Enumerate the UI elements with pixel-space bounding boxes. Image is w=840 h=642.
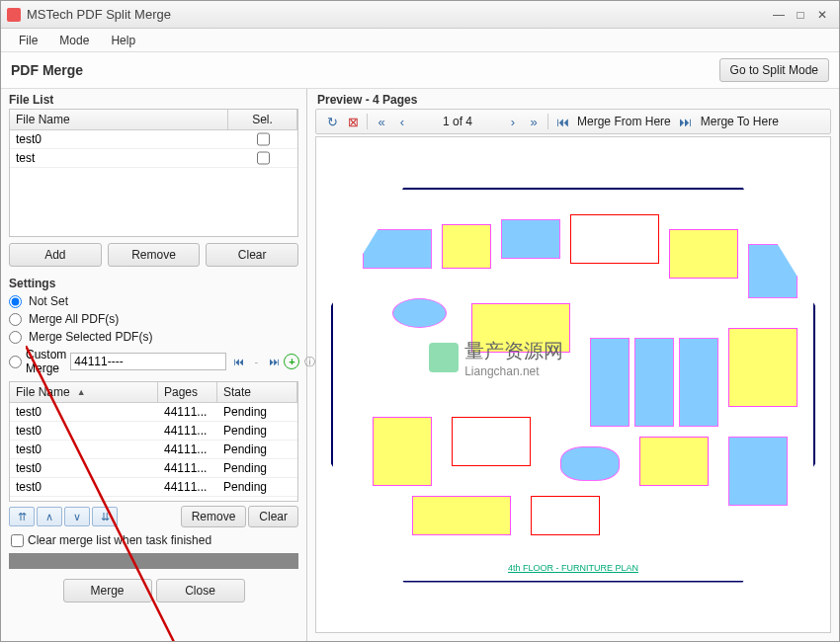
filelist-table: File Name Sel. test0 test <box>9 109 298 237</box>
menu-mode[interactable]: Mode <box>49 31 99 50</box>
mergelist-table: File Name▲ Pages State test044111...Pend… <box>9 381 298 502</box>
filelist-row[interactable]: test <box>10 149 297 168</box>
floorplan-caption: 4th FLOOR - FURNITURE PLAN <box>508 563 638 573</box>
close-button[interactable]: Close <box>156 579 245 602</box>
custom-merge-row: Custom Merge ⏮ - ⏭ + ⓘ <box>9 346 298 377</box>
footer-buttons: Merge Close <box>1 573 306 608</box>
next-page-icon[interactable]: › <box>503 112 523 131</box>
move-top-button[interactable]: ⇈ <box>9 507 35 526</box>
nav-first-icon[interactable]: ⏮ <box>230 354 246 369</box>
rotate-icon[interactable]: ↻ <box>322 112 342 131</box>
custom-merge-label: Custom Merge <box>26 348 66 375</box>
clear-when-finished-checkbox[interactable] <box>11 534 24 547</box>
progress-bar <box>9 553 298 569</box>
filelist-checkbox[interactable] <box>257 151 270 165</box>
nav-prev-icon[interactable]: - <box>248 354 264 369</box>
window-title: MSTech PDF Split Merge <box>27 7 768 22</box>
mergelist-col-pages[interactable]: Pages <box>158 382 217 402</box>
filelist-cell-name: test0 <box>10 130 228 148</box>
header-row: PDF Merge Go to Split Mode <box>1 52 839 89</box>
menu-help[interactable]: Help <box>101 31 145 50</box>
filelist-cell-name: test <box>10 149 228 167</box>
custom-merge-input[interactable] <box>70 353 226 370</box>
move-down-button[interactable]: ∨ <box>64 507 90 526</box>
filelist-checkbox[interactable] <box>257 132 270 146</box>
radio-merge-selected-input[interactable] <box>9 331 22 344</box>
filelist-col-name[interactable]: File Name <box>10 110 228 129</box>
radio-merge-all[interactable]: Merge All PDF(s) <box>9 310 298 328</box>
mergelist-col-state[interactable]: State <box>217 382 297 402</box>
radio-merge-all-input[interactable] <box>9 313 22 326</box>
minimize-button[interactable]: — <box>768 6 790 24</box>
add-button[interactable]: Add <box>9 243 102 267</box>
settings-panel: Not Set Merge All PDF(s) Merge Selected … <box>1 292 306 377</box>
move-bottom-button[interactable]: ⇊ <box>92 507 118 526</box>
body: File List File Name Sel. test0 test <box>1 89 839 641</box>
preview-viewport[interactable]: 4th FLOOR - FURNITURE PLAN 量产资源网 Liangch… <box>315 136 831 633</box>
prev-page-icon[interactable]: ‹ <box>392 112 412 131</box>
titlebar: MSTech PDF Split Merge — □ ✕ <box>1 1 839 29</box>
radio-merge-selected[interactable]: Merge Selected PDF(s) <box>9 328 298 346</box>
mergelist-row[interactable]: test044111...Pending <box>10 403 297 422</box>
preview-title: Preview - 4 Pages <box>307 89 839 109</box>
merge-from-icon: ⏮ <box>552 112 572 131</box>
page-indicator: 1 of 4 <box>413 115 502 128</box>
merge-from-here-button[interactable]: Merge From Here <box>573 115 675 128</box>
menubar: File Mode Help <box>1 29 839 52</box>
move-up-button[interactable]: ∧ <box>37 507 62 526</box>
last-page-icon[interactable]: » <box>524 112 544 131</box>
sort-asc-icon: ▲ <box>77 387 86 397</box>
mergelist-col-name[interactable]: File Name▲ <box>10 382 158 402</box>
merge-button[interactable]: Merge <box>63 579 152 602</box>
maximize-button[interactable]: □ <box>790 6 811 24</box>
nav-next-icon[interactable]: ⏭ <box>266 354 282 369</box>
remove-button[interactable]: Remove <box>108 243 201 267</box>
merge-to-here-button[interactable]: Merge To Here <box>697 115 783 128</box>
add-range-icon[interactable]: + <box>284 354 299 369</box>
mergelist-row[interactable]: test044111...Pending <box>10 422 297 441</box>
mergelist-clear-button[interactable]: Clear <box>248 506 298 527</box>
right-panel: Preview - 4 Pages ↻ ⊠ « ‹ 1 of 4 › » ⏮ M… <box>307 89 839 641</box>
settings-title: Settings <box>1 273 306 292</box>
filelist-header: File Name Sel. <box>10 110 297 130</box>
filelist-row[interactable]: test0 <box>10 130 297 149</box>
filelist-buttons: Add Remove Clear <box>1 237 306 273</box>
merge-to-icon: ⏭ <box>676 112 696 131</box>
mergelist-row[interactable]: test044111...Pending <box>10 441 297 459</box>
menu-file[interactable]: File <box>9 31 47 50</box>
cancel-icon[interactable]: ⊠ <box>343 112 363 131</box>
reorder-buttons: ⇈ ∧ ∨ ⇊ Remove Clear <box>1 502 306 531</box>
floorplan-image: 4th FLOOR - FURNITURE PLAN 量产资源网 Liangch… <box>331 188 815 583</box>
mergelist-header: File Name▲ Pages State <box>10 382 297 403</box>
filelist-title: File List <box>1 89 306 109</box>
radio-custom-merge-input[interactable] <box>9 356 22 368</box>
clear-when-finished-row[interactable]: Clear merge list when task finished <box>1 531 306 549</box>
close-window-button[interactable]: ✕ <box>811 6 833 24</box>
preview-toolbar: ↻ ⊠ « ‹ 1 of 4 › » ⏮ Merge From Here ⏭ M… <box>315 109 831 134</box>
radio-not-set[interactable]: Not Set <box>9 292 298 310</box>
goto-split-mode-button[interactable]: Go to Split Mode <box>719 58 829 82</box>
clear-button[interactable]: Clear <box>206 243 298 267</box>
filelist-col-sel[interactable]: Sel. <box>228 110 297 129</box>
first-page-icon[interactable]: « <box>372 112 391 131</box>
app-window: MSTech PDF Split Merge — □ ✕ File Mode H… <box>0 0 840 642</box>
mergelist-row[interactable]: test044111...Pending <box>10 478 297 497</box>
mergelist-row[interactable]: test044111...Pending <box>10 459 297 478</box>
app-icon <box>7 8 21 22</box>
page-title: PDF Merge <box>11 62 719 78</box>
radio-not-set-input[interactable] <box>9 295 22 308</box>
left-panel: File List File Name Sel. test0 test <box>1 89 307 641</box>
mergelist-remove-button[interactable]: Remove <box>181 506 247 527</box>
